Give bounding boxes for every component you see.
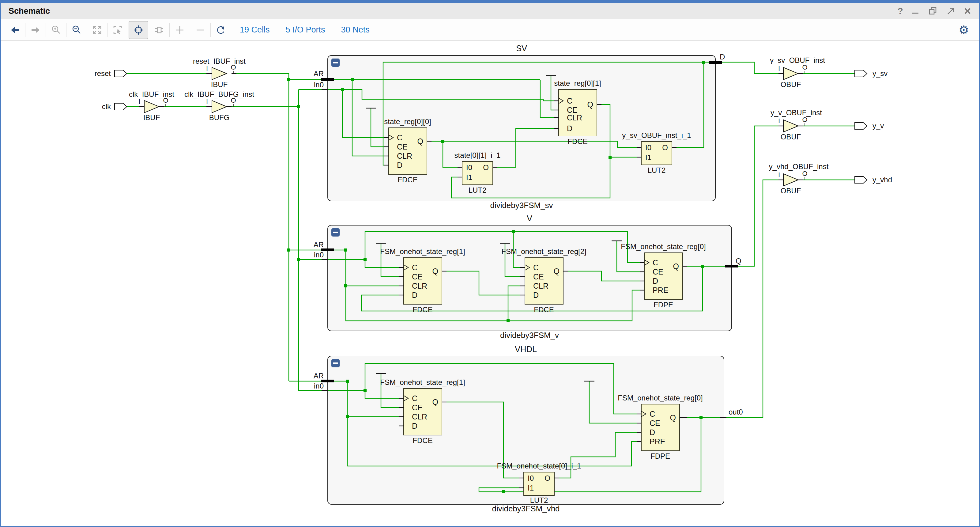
svg-text:y_sv: y_sv	[872, 69, 888, 78]
svg-text:D: D	[649, 428, 655, 436]
svg-text:FDCE: FDCE	[568, 137, 587, 145]
svg-text:CLR: CLR	[397, 152, 412, 160]
svg-text:I: I	[778, 117, 780, 125]
svg-text:I0: I0	[466, 163, 472, 172]
zoom-selection-button[interactable]	[108, 21, 127, 38]
block-divideby3FSM_sv[interactable]: SV divideby3FSM_sv AR in0 D	[313, 44, 725, 210]
float-icon[interactable]	[946, 6, 956, 16]
schematic-canvas[interactable]: reset clk reset_IBUF_inst I O IBUF clk_I…	[1, 41, 979, 525]
svg-text:clk: clk	[102, 102, 111, 111]
svg-text:in0: in0	[314, 251, 324, 259]
svg-text:y_vhd: y_vhd	[872, 175, 892, 184]
svg-text:CE: CE	[649, 419, 660, 427]
zoom-out-icon	[72, 25, 82, 35]
expand-cone-icon	[154, 24, 165, 35]
autofit-selection-icon	[133, 24, 144, 35]
block-divideby3FSM_vhd[interactable]: VHDL divideby3FSM_vhd AR in0 out0	[313, 345, 743, 513]
zoom-fit-button[interactable]	[88, 21, 107, 38]
collapse-button[interactable]	[331, 59, 340, 67]
panel-title: Schematic	[9, 6, 50, 16]
cell-y_sv_obuf[interactable]: y_sv_OBUF_inst I O OBUF	[770, 56, 825, 89]
svg-text:LUT2: LUT2	[530, 496, 548, 504]
cell-y_vhd_obuf[interactable]: y_vhd_OBUF_inst I O OBUF	[769, 162, 829, 195]
svg-text:out0: out0	[729, 408, 743, 416]
forward-button[interactable]	[26, 21, 45, 38]
svg-text:I: I	[138, 98, 140, 105]
svg-text:O: O	[231, 97, 236, 104]
svg-text:O: O	[544, 474, 550, 482]
svg-text:divideby3FSM_vhd: divideby3FSM_vhd	[492, 504, 560, 513]
svg-text:PRE: PRE	[649, 437, 665, 446]
svg-text:in0: in0	[314, 81, 324, 89]
svg-text:FDCE: FDCE	[398, 175, 417, 184]
cells-link[interactable]: 19 Cells	[240, 25, 270, 35]
zoom-out-button[interactable]	[67, 21, 86, 38]
autofit-selection-button[interactable]	[129, 21, 148, 39]
remove-button[interactable]	[191, 21, 210, 38]
svg-text:FDCE: FDCE	[412, 306, 433, 314]
svg-text:D: D	[652, 277, 658, 285]
svg-text:C: C	[397, 133, 402, 142]
cell-y_v_obuf[interactable]: y_v_OBUF_inst I O OBUF	[770, 108, 822, 141]
collapse-button[interactable]	[331, 359, 340, 367]
titlebar[interactable]: Schematic ? ✕	[1, 3, 979, 19]
io-ports-link[interactable]: 5 I/O Ports	[286, 25, 325, 35]
svg-text:y_v_OBUF_inst: y_v_OBUF_inst	[770, 108, 822, 117]
svg-text:CE: CE	[412, 272, 423, 281]
svg-text:FDPE: FDPE	[651, 452, 670, 460]
add-icon	[175, 25, 185, 35]
svg-text:C: C	[412, 394, 417, 403]
add-button[interactable]	[170, 21, 189, 38]
svg-text:C: C	[652, 258, 658, 267]
nets-link[interactable]: 30 Nets	[341, 25, 370, 35]
svg-text:D: D	[567, 124, 573, 133]
help-icon[interactable]: ?	[897, 6, 903, 16]
svg-text:AR: AR	[313, 372, 324, 380]
cell-clk-bufg[interactable]: clk_IBUF_BUFG_inst I O BUFG	[185, 90, 254, 122]
block-divideby3FSM_v[interactable]: V divideby3FSM_v AR in0 Q	[313, 214, 741, 340]
svg-text:reset: reset	[95, 69, 111, 78]
svg-text:Q: Q	[670, 413, 676, 422]
svg-text:FSM_onehot_state_reg[2]: FSM_onehot_state_reg[2]	[501, 247, 587, 256]
port-y_vhd[interactable]: y_vhd	[855, 175, 892, 184]
close-icon[interactable]: ✕	[964, 6, 971, 16]
svg-text:CLR: CLR	[412, 282, 427, 290]
cell-reset-ibuf[interactable]: reset_IBUF_inst I O IBUF	[193, 57, 246, 89]
expand-cone-button[interactable]	[150, 21, 169, 38]
svg-text:OBUF: OBUF	[781, 133, 801, 141]
cell-clk-ibuf[interactable]: clk_IBUF_inst I O IBUF	[129, 90, 174, 122]
minimize-icon[interactable]	[911, 6, 920, 16]
svg-text:AR: AR	[313, 240, 324, 249]
svg-text:FDPE: FDPE	[654, 301, 673, 309]
regenerate-icon	[215, 24, 226, 35]
settings-gear-icon[interactable]: ⚙	[959, 23, 969, 37]
svg-text:C: C	[412, 263, 417, 272]
svg-text:Q: Q	[433, 267, 438, 275]
zoom-in-button[interactable]	[46, 21, 65, 38]
port-clk[interactable]: clk	[102, 102, 127, 111]
svg-text:clk_IBUF_BUFG_inst: clk_IBUF_BUFG_inst	[185, 90, 254, 98]
svg-text:state[0][1]_i_1: state[0][1]_i_1	[455, 151, 501, 159]
svg-text:y_v: y_v	[872, 122, 884, 130]
svg-text:CLR: CLR	[567, 113, 582, 122]
collapse-button[interactable]	[331, 228, 340, 237]
svg-text:Q: Q	[417, 137, 423, 145]
port-reset[interactable]: reset	[95, 69, 127, 78]
port-y_sv[interactable]: y_sv	[855, 69, 888, 78]
svg-text:I: I	[778, 65, 780, 72]
regenerate-button[interactable]	[211, 21, 230, 38]
svg-text:VHDL: VHDL	[515, 345, 537, 354]
svg-text:y_vhd_OBUF_inst: y_vhd_OBUF_inst	[769, 162, 829, 171]
svg-text:FSM_onehot_state_reg[0]: FSM_onehot_state_reg[0]	[621, 242, 706, 251]
svg-text:I1: I1	[528, 484, 534, 492]
wire-junction	[287, 78, 300, 261]
net-clk[interactable]	[127, 89, 321, 391]
port-y_v[interactable]: y_v	[855, 122, 884, 130]
restore-icon[interactable]	[928, 6, 938, 16]
svg-text:CE: CE	[412, 403, 423, 412]
svg-text:y_sv_OBUF_inst: y_sv_OBUF_inst	[770, 56, 825, 64]
svg-text:I1: I1	[645, 153, 651, 161]
zoom-in-icon	[51, 25, 61, 35]
svg-text:C: C	[649, 410, 655, 418]
back-button[interactable]	[5, 21, 24, 38]
